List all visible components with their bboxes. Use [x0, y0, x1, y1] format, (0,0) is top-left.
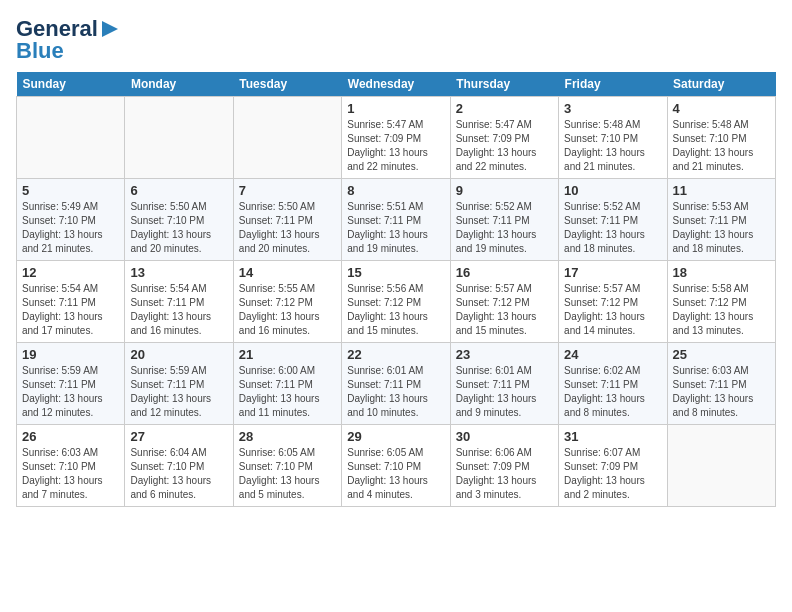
calendar-cell: 17Sunrise: 5:57 AM Sunset: 7:12 PM Dayli…: [559, 261, 667, 343]
weekday-header: Tuesday: [233, 72, 341, 97]
day-number: 14: [239, 265, 336, 280]
weekday-header: Friday: [559, 72, 667, 97]
cell-info: Sunrise: 6:01 AM Sunset: 7:11 PM Dayligh…: [456, 364, 553, 420]
calendar-cell: 29Sunrise: 6:05 AM Sunset: 7:10 PM Dayli…: [342, 425, 450, 507]
day-number: 1: [347, 101, 444, 116]
day-number: 19: [22, 347, 119, 362]
cell-info: Sunrise: 5:55 AM Sunset: 7:12 PM Dayligh…: [239, 282, 336, 338]
calendar-cell: 24Sunrise: 6:02 AM Sunset: 7:11 PM Dayli…: [559, 343, 667, 425]
calendar-cell: 12Sunrise: 5:54 AM Sunset: 7:11 PM Dayli…: [17, 261, 125, 343]
calendar-cell: 7Sunrise: 5:50 AM Sunset: 7:11 PM Daylig…: [233, 179, 341, 261]
calendar-cell: 6Sunrise: 5:50 AM Sunset: 7:10 PM Daylig…: [125, 179, 233, 261]
day-number: 6: [130, 183, 227, 198]
calendar-cell: 22Sunrise: 6:01 AM Sunset: 7:11 PM Dayli…: [342, 343, 450, 425]
cell-info: Sunrise: 5:59 AM Sunset: 7:11 PM Dayligh…: [22, 364, 119, 420]
day-number: 24: [564, 347, 661, 362]
cell-info: Sunrise: 5:50 AM Sunset: 7:11 PM Dayligh…: [239, 200, 336, 256]
day-number: 4: [673, 101, 770, 116]
calendar-cell: 1Sunrise: 5:47 AM Sunset: 7:09 PM Daylig…: [342, 97, 450, 179]
calendar-cell: [667, 425, 775, 507]
day-number: 17: [564, 265, 661, 280]
cell-info: Sunrise: 5:57 AM Sunset: 7:12 PM Dayligh…: [456, 282, 553, 338]
cell-info: Sunrise: 5:54 AM Sunset: 7:11 PM Dayligh…: [130, 282, 227, 338]
calendar-cell: 31Sunrise: 6:07 AM Sunset: 7:09 PM Dayli…: [559, 425, 667, 507]
calendar-cell: 5Sunrise: 5:49 AM Sunset: 7:10 PM Daylig…: [17, 179, 125, 261]
calendar-cell: 26Sunrise: 6:03 AM Sunset: 7:10 PM Dayli…: [17, 425, 125, 507]
calendar-table: SundayMondayTuesdayWednesdayThursdayFrid…: [16, 72, 776, 507]
cell-info: Sunrise: 6:03 AM Sunset: 7:11 PM Dayligh…: [673, 364, 770, 420]
svg-marker-0: [102, 21, 118, 37]
cell-info: Sunrise: 5:48 AM Sunset: 7:10 PM Dayligh…: [564, 118, 661, 174]
weekday-header-row: SundayMondayTuesdayWednesdayThursdayFrid…: [17, 72, 776, 97]
weekday-header: Saturday: [667, 72, 775, 97]
weekday-header: Monday: [125, 72, 233, 97]
day-number: 8: [347, 183, 444, 198]
day-number: 20: [130, 347, 227, 362]
calendar-cell: 15Sunrise: 5:56 AM Sunset: 7:12 PM Dayli…: [342, 261, 450, 343]
cell-info: Sunrise: 5:47 AM Sunset: 7:09 PM Dayligh…: [456, 118, 553, 174]
day-number: 5: [22, 183, 119, 198]
calendar-cell: 18Sunrise: 5:58 AM Sunset: 7:12 PM Dayli…: [667, 261, 775, 343]
day-number: 9: [456, 183, 553, 198]
cell-info: Sunrise: 5:53 AM Sunset: 7:11 PM Dayligh…: [673, 200, 770, 256]
cell-info: Sunrise: 5:57 AM Sunset: 7:12 PM Dayligh…: [564, 282, 661, 338]
calendar-cell: 16Sunrise: 5:57 AM Sunset: 7:12 PM Dayli…: [450, 261, 558, 343]
cell-info: Sunrise: 5:56 AM Sunset: 7:12 PM Dayligh…: [347, 282, 444, 338]
logo-blue: Blue: [16, 38, 64, 64]
day-number: 22: [347, 347, 444, 362]
cell-info: Sunrise: 6:07 AM Sunset: 7:09 PM Dayligh…: [564, 446, 661, 502]
calendar-cell: 30Sunrise: 6:06 AM Sunset: 7:09 PM Dayli…: [450, 425, 558, 507]
calendar-cell: 27Sunrise: 6:04 AM Sunset: 7:10 PM Dayli…: [125, 425, 233, 507]
calendar-week-row: 1Sunrise: 5:47 AM Sunset: 7:09 PM Daylig…: [17, 97, 776, 179]
day-number: 18: [673, 265, 770, 280]
cell-info: Sunrise: 6:00 AM Sunset: 7:11 PM Dayligh…: [239, 364, 336, 420]
calendar-cell: [125, 97, 233, 179]
page-header: General Blue: [16, 16, 776, 64]
calendar-week-row: 19Sunrise: 5:59 AM Sunset: 7:11 PM Dayli…: [17, 343, 776, 425]
calendar-cell: 11Sunrise: 5:53 AM Sunset: 7:11 PM Dayli…: [667, 179, 775, 261]
day-number: 28: [239, 429, 336, 444]
calendar-cell: 4Sunrise: 5:48 AM Sunset: 7:10 PM Daylig…: [667, 97, 775, 179]
weekday-header: Wednesday: [342, 72, 450, 97]
cell-info: Sunrise: 5:52 AM Sunset: 7:11 PM Dayligh…: [564, 200, 661, 256]
calendar-cell: 2Sunrise: 5:47 AM Sunset: 7:09 PM Daylig…: [450, 97, 558, 179]
cell-info: Sunrise: 5:48 AM Sunset: 7:10 PM Dayligh…: [673, 118, 770, 174]
day-number: 26: [22, 429, 119, 444]
day-number: 29: [347, 429, 444, 444]
weekday-header: Thursday: [450, 72, 558, 97]
calendar-cell: 14Sunrise: 5:55 AM Sunset: 7:12 PM Dayli…: [233, 261, 341, 343]
day-number: 23: [456, 347, 553, 362]
day-number: 2: [456, 101, 553, 116]
day-number: 16: [456, 265, 553, 280]
cell-info: Sunrise: 5:47 AM Sunset: 7:09 PM Dayligh…: [347, 118, 444, 174]
calendar-cell: 10Sunrise: 5:52 AM Sunset: 7:11 PM Dayli…: [559, 179, 667, 261]
day-number: 15: [347, 265, 444, 280]
calendar-cell: 19Sunrise: 5:59 AM Sunset: 7:11 PM Dayli…: [17, 343, 125, 425]
cell-info: Sunrise: 5:54 AM Sunset: 7:11 PM Dayligh…: [22, 282, 119, 338]
calendar-cell: 25Sunrise: 6:03 AM Sunset: 7:11 PM Dayli…: [667, 343, 775, 425]
cell-info: Sunrise: 6:03 AM Sunset: 7:10 PM Dayligh…: [22, 446, 119, 502]
cell-info: Sunrise: 5:52 AM Sunset: 7:11 PM Dayligh…: [456, 200, 553, 256]
cell-info: Sunrise: 6:05 AM Sunset: 7:10 PM Dayligh…: [239, 446, 336, 502]
calendar-cell: 13Sunrise: 5:54 AM Sunset: 7:11 PM Dayli…: [125, 261, 233, 343]
day-number: 11: [673, 183, 770, 198]
day-number: 13: [130, 265, 227, 280]
cell-info: Sunrise: 5:51 AM Sunset: 7:11 PM Dayligh…: [347, 200, 444, 256]
cell-info: Sunrise: 6:04 AM Sunset: 7:10 PM Dayligh…: [130, 446, 227, 502]
calendar-cell: [233, 97, 341, 179]
day-number: 10: [564, 183, 661, 198]
calendar-cell: 3Sunrise: 5:48 AM Sunset: 7:10 PM Daylig…: [559, 97, 667, 179]
logo: General Blue: [16, 16, 120, 64]
cell-info: Sunrise: 6:06 AM Sunset: 7:09 PM Dayligh…: [456, 446, 553, 502]
day-number: 25: [673, 347, 770, 362]
calendar-week-row: 26Sunrise: 6:03 AM Sunset: 7:10 PM Dayli…: [17, 425, 776, 507]
day-number: 12: [22, 265, 119, 280]
day-number: 3: [564, 101, 661, 116]
cell-info: Sunrise: 5:50 AM Sunset: 7:10 PM Dayligh…: [130, 200, 227, 256]
calendar-cell: 20Sunrise: 5:59 AM Sunset: 7:11 PM Dayli…: [125, 343, 233, 425]
cell-info: Sunrise: 6:01 AM Sunset: 7:11 PM Dayligh…: [347, 364, 444, 420]
day-number: 31: [564, 429, 661, 444]
cell-info: Sunrise: 5:58 AM Sunset: 7:12 PM Dayligh…: [673, 282, 770, 338]
calendar-week-row: 12Sunrise: 5:54 AM Sunset: 7:11 PM Dayli…: [17, 261, 776, 343]
calendar-week-row: 5Sunrise: 5:49 AM Sunset: 7:10 PM Daylig…: [17, 179, 776, 261]
